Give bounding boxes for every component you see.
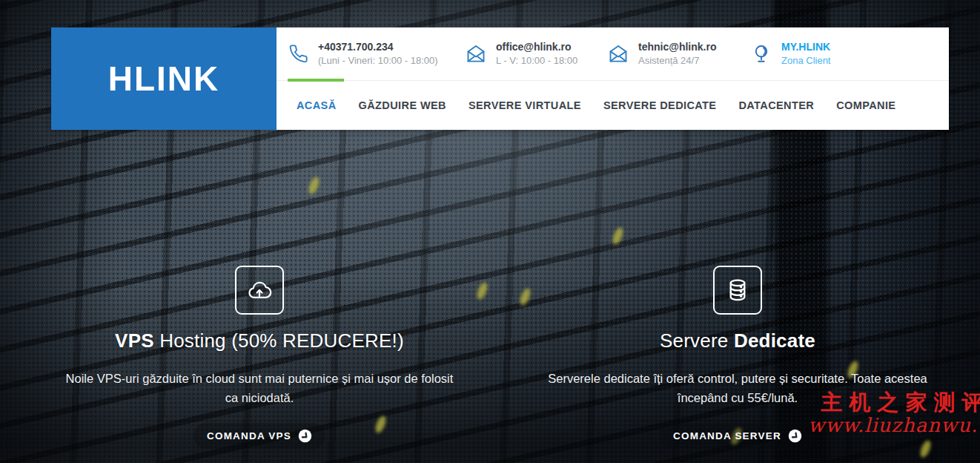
watermark: 主机之家测评 www.liuzhanwu.cn: [808, 390, 980, 437]
phone-icon: [288, 43, 308, 64]
feature-title: Servere Dedicate: [545, 329, 930, 352]
feature-vps-hosting: VPS Hosting (50% REDUCERE!) Noile VPS-ur…: [59, 266, 460, 449]
client-zone-title: MY.HLINK: [781, 39, 830, 54]
comanda-vps-button[interactable]: COMANDA VPS: [193, 423, 325, 449]
contact-phone-number: +40371.700.234: [318, 39, 438, 54]
hlink-homepage: HLINK +40371.700.234 (Luni - Vineri: 10:…: [0, 0, 980, 463]
nav-item-servere-virtuale[interactable]: SERVERE VIRTUALE: [469, 99, 581, 111]
arrow-circle-icon: [298, 429, 312, 443]
logo[interactable]: HLINK: [51, 27, 277, 130]
header-right: +40371.700.234 (Luni - Vineri: 10:00 - 1…: [277, 27, 949, 130]
nav-item-acasa[interactable]: ACASĂ: [297, 99, 337, 111]
globe-stand-icon: [751, 43, 772, 64]
watermark-chinese-text: 主机之家测评: [808, 390, 980, 415]
site-header: HLINK +40371.700.234 (Luni - Vineri: 10:…: [51, 27, 949, 130]
mail-open-icon: [466, 43, 486, 64]
contact-tehnic-address: tehnic@hlink.ro: [638, 39, 716, 54]
arrow-circle-icon: [788, 429, 802, 443]
nav-item-datacenter[interactable]: DATACENTER: [738, 99, 814, 111]
nav-item-gazduire-web[interactable]: GĂZDUIRE WEB: [359, 99, 446, 111]
watermark-url-text: www.liuzhanwu.cn: [808, 415, 980, 437]
feature-description: Noile VPS-uri găzduite în cloud sunt mai…: [59, 369, 460, 407]
client-zone-link[interactable]: MY.HLINK Zona Client: [751, 39, 830, 68]
feature-title: VPS Hosting (50% REDUCERE!): [59, 329, 460, 352]
main-nav: ACASĂ GĂZDUIRE WEB SERVERE VIRTUALE SERV…: [277, 81, 949, 130]
contact-office-email[interactable]: office@hlink.ro L - V: 10:00 - 18:00: [466, 39, 577, 68]
logo-text: HLINK: [108, 58, 220, 99]
contact-office-address: office@hlink.ro: [496, 39, 577, 54]
cloud-upload-icon: [235, 266, 284, 315]
contact-tehnic-email[interactable]: tehnic@hlink.ro Asistență 24/7: [608, 39, 716, 68]
contact-tehnic-availability: Asistență 24/7: [638, 54, 716, 68]
comanda-server-button[interactable]: COMANDA SERVER: [660, 423, 815, 449]
database-icon: [713, 266, 762, 315]
nav-item-companie[interactable]: COMPANIE: [836, 99, 895, 111]
header-divider-green-bar: [277, 80, 949, 81]
nav-item-servere-dedicate[interactable]: SERVERE DEDICATE: [603, 99, 717, 111]
contact-phone-hours: (Luni - Vineri: 10:00 - 18:00): [318, 54, 438, 68]
contact-office-hours: L - V: 10:00 - 18:00: [496, 54, 577, 68]
client-zone-subtitle: Zona Client: [781, 54, 830, 68]
contact-topbar: +40371.700.234 (Luni - Vineri: 10:00 - 1…: [277, 27, 949, 80]
mail-open-icon: [608, 43, 629, 64]
contact-phone[interactable]: +40371.700.234 (Luni - Vineri: 10:00 - 1…: [288, 39, 438, 68]
